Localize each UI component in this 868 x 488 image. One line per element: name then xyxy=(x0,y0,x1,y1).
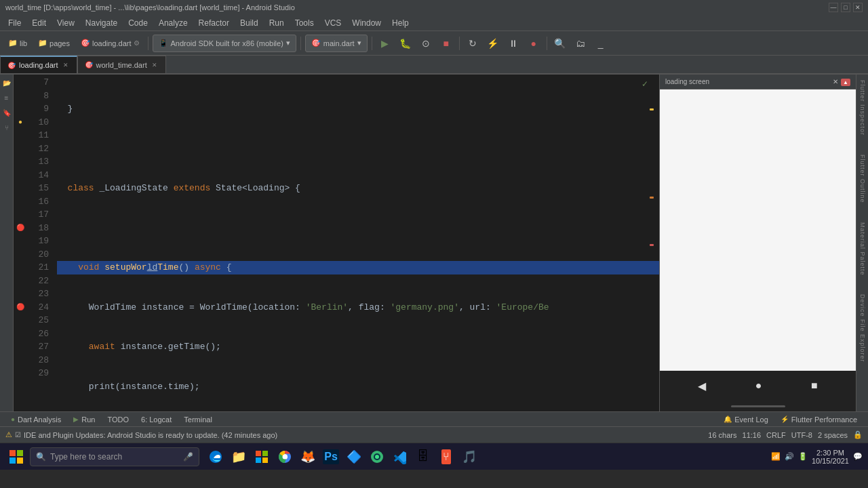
record-button[interactable]: ● xyxy=(525,35,542,52)
recents-button[interactable]: ■ xyxy=(811,380,818,392)
taskbar-app-vscode[interactable] xyxy=(389,446,411,468)
todo-tab[interactable]: TODO xyxy=(102,412,134,426)
search-button[interactable]: 🔍 xyxy=(551,35,569,52)
taskbar-app-spotify[interactable]: 🎵 xyxy=(458,446,480,468)
taskbar-app-db[interactable]: 🗄 xyxy=(412,446,434,468)
tab-loading-dart[interactable]: 🎯 loading.dart ✕ xyxy=(0,56,77,73)
status-right: 16 chars 11:16 CRLF UTF-8 2 spaces 🔒 xyxy=(708,430,863,439)
volume-icon: 🔊 xyxy=(785,452,794,461)
menu-view[interactable]: View xyxy=(52,15,80,30)
run-tab[interactable]: ▶ Run xyxy=(68,412,100,426)
menu-code[interactable]: Code xyxy=(123,15,153,30)
taskbar-app-edge[interactable] xyxy=(205,446,226,468)
svg-point-13 xyxy=(375,455,379,459)
code-editor[interactable]: } class _LoadingState extends State<Load… xyxy=(54,75,659,411)
git-icon: ⑂ xyxy=(441,449,451,464)
pause-button[interactable]: ⏸ xyxy=(505,35,522,52)
menu-refactor[interactable]: Refactor xyxy=(193,15,235,30)
svg-point-10 xyxy=(283,454,288,459)
gutter-11 xyxy=(14,129,27,142)
menu-edit[interactable]: Edit xyxy=(26,15,52,30)
flutter-outline-tab[interactable]: Flutter Outline xyxy=(859,152,866,206)
warning-checkbox: ☑ xyxy=(15,431,21,439)
search-icon: 🔍 xyxy=(36,452,46,462)
tab-close-loading[interactable]: ✕ xyxy=(62,61,70,69)
wifi-icon: 📶 xyxy=(771,452,781,461)
tab-world-time[interactable]: 🎯 world_time.dart ✕ xyxy=(77,56,166,73)
menu-window[interactable]: Window xyxy=(347,15,387,30)
minimize-button[interactable]: — xyxy=(829,3,838,12)
material-palette-tab[interactable]: Material Palette xyxy=(859,220,866,279)
taskbar-app-chrome[interactable] xyxy=(274,446,296,468)
menu-bar: File Edit View Navigate Code Analyze Ref… xyxy=(0,15,868,31)
battery-icon: 🔋 xyxy=(798,452,808,461)
lib-button[interactable]: 📁 lib xyxy=(4,35,31,52)
gutter-25 xyxy=(14,314,27,327)
run-button[interactable]: ▶ xyxy=(376,35,394,52)
sync-button[interactable]: ↻ xyxy=(464,35,481,52)
gutter-7 xyxy=(14,76,27,89)
maximize-button[interactable]: □ xyxy=(841,3,850,12)
dart-analysis-tab[interactable]: ● Dart Analysis xyxy=(5,412,66,426)
recent-files-button[interactable]: 🗂 xyxy=(572,35,589,52)
taskbar-app-firefox[interactable]: 🦊 xyxy=(297,446,319,468)
phone-header-close[interactable]: ✕ xyxy=(833,78,838,85)
menu-navigate[interactable]: Navigate xyxy=(80,15,123,30)
sidebar-structure-icon[interactable]: ≡ xyxy=(1,92,12,103)
terminal-tab[interactable]: Terminal xyxy=(178,412,218,426)
flutter-inspector-tab[interactable]: Flutter Inspector xyxy=(859,77,866,138)
sdk-dropdown[interactable]: 📱 Android SDK built for x86 (mobile) ▾ xyxy=(153,35,296,52)
home-button[interactable]: ● xyxy=(755,380,762,392)
taskbar-app-photoshop[interactable]: Ps xyxy=(320,446,342,468)
taskbar-app-android-studio[interactable] xyxy=(366,446,388,468)
title-bar-text: world_time [D:\apps\world_time] - ...\li… xyxy=(5,3,295,12)
menu-help[interactable]: Help xyxy=(387,15,414,30)
phone-header: loading screen ✕ ▲ xyxy=(660,75,856,89)
gutter-18: 🔴 xyxy=(14,222,27,235)
tab-close-world-time[interactable]: ✕ xyxy=(151,61,159,69)
menu-analyze[interactable]: Analyze xyxy=(153,15,193,30)
sidebar-bookmarks-icon[interactable]: 🔖 xyxy=(1,107,12,118)
stop-button[interactable]: ■ xyxy=(437,35,455,52)
menu-tools[interactable]: Tools xyxy=(290,15,319,30)
windows-start-button[interactable] xyxy=(5,446,27,468)
gutter-17 xyxy=(14,208,27,222)
editor-area[interactable]: ✓ ● 🔴 xyxy=(14,75,659,411)
svg-rect-6 xyxy=(256,458,261,463)
taskbar-app-explorer[interactable]: 📁 xyxy=(228,446,250,468)
taskbar-app-store[interactable] xyxy=(251,446,273,468)
minimize-toolbar-button[interactable]: _ xyxy=(592,35,610,52)
tab-bar: 🎯 loading.dart ✕ 🎯 world_time.dart ✕ xyxy=(0,56,868,75)
taskbar-app-idea[interactable]: 🔷 xyxy=(343,446,365,468)
close-button[interactable]: ✕ xyxy=(853,3,863,12)
lightning-button[interactable]: ⚡ xyxy=(484,35,502,52)
gutter-27 xyxy=(14,340,27,354)
run-debug-button[interactable]: 🐛 xyxy=(397,35,414,52)
svg-rect-2 xyxy=(9,458,16,464)
event-log-tab[interactable]: 🔔 Event Log xyxy=(718,415,774,424)
back-button[interactable]: ◀ xyxy=(698,380,706,392)
code-line-7: } xyxy=(57,102,659,116)
menu-run[interactable]: Run xyxy=(264,15,290,30)
notification-icon[interactable]: 💬 xyxy=(853,452,863,461)
error-margin xyxy=(650,75,654,411)
menu-vcs[interactable]: VCS xyxy=(319,15,347,30)
dart-tab-icon: 🎯 xyxy=(7,62,16,69)
taskbar-search-box[interactable]: 🔍 Type here to search 🎤 xyxy=(30,447,199,466)
sidebar-project-icon[interactable]: 📂 xyxy=(1,77,12,88)
device-file-explorer-tab[interactable]: Device File Explorer xyxy=(859,291,866,365)
main-dart-dropdown[interactable]: 🎯 main.dart ▾ xyxy=(305,35,368,52)
run-coverage-button[interactable]: ⊙ xyxy=(417,35,435,52)
pages-button[interactable]: 📁 pages xyxy=(34,35,74,52)
phone-screen xyxy=(660,89,856,371)
menu-build[interactable]: Build xyxy=(235,15,264,30)
taskbar-app-git[interactable]: ⑂ xyxy=(435,446,457,468)
loading-dart-button[interactable]: 🎯 loading.dart ⚙ xyxy=(77,35,144,52)
logcat-tab[interactable]: 6: Logcat xyxy=(136,412,177,426)
chevron-down-icon: ▾ xyxy=(286,39,290,47)
main-layout: 📂 ≡ 🔖 ⑂ ✓ ● xyxy=(0,75,868,411)
flutter-performance-tab[interactable]: ⚡ Flutter Performance xyxy=(775,415,863,424)
gutter-19 xyxy=(14,235,27,248)
menu-file[interactable]: File xyxy=(3,15,26,30)
sidebar-git-icon[interactable]: ⑂ xyxy=(1,122,12,133)
